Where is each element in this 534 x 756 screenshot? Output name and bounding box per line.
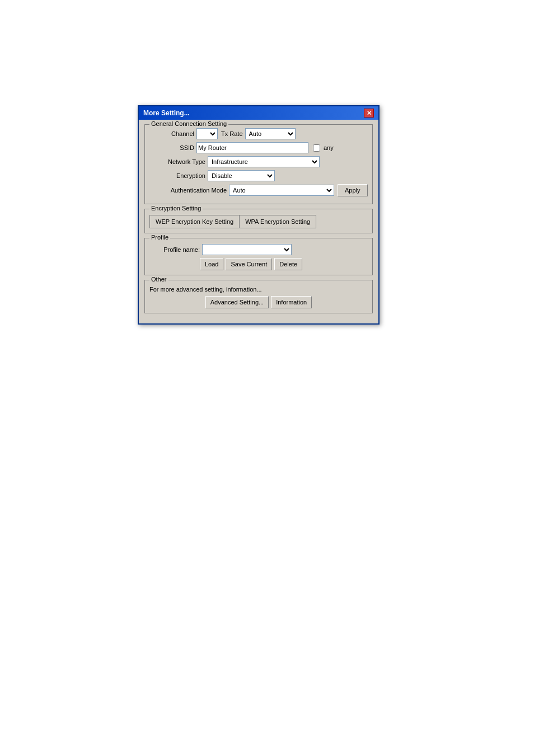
encryption-setting-section: Encryption Setting WEP Encryption Key Se… <box>144 209 373 233</box>
other-description: For more advanced setting, information..… <box>149 286 368 293</box>
load-button[interactable]: Load <box>200 258 223 270</box>
auth-mode-label: Authentication Mode <box>149 187 227 194</box>
ssid-label: SSID <box>149 144 194 151</box>
txrate-select[interactable]: Auto 1 Mbps 2 Mbps 5.5 Mbps 11 Mbps 54 M… <box>245 128 296 139</box>
title-bar: More Setting... ✕ <box>139 106 378 120</box>
profile-section: Profile Profile name: Load Save Current … <box>144 238 373 275</box>
encryption-section-label: Encryption Setting <box>149 205 203 212</box>
general-section-label: General Connection Setting <box>149 120 228 127</box>
save-current-button[interactable]: Save Current <box>226 258 272 270</box>
network-type-select[interactable]: Infrastructure Ad-Hoc <box>208 156 320 167</box>
information-button[interactable]: Information <box>271 296 312 308</box>
other-section-label: Other <box>149 276 168 283</box>
any-checkbox[interactable] <box>313 144 320 152</box>
general-connection-section: General Connection Setting Channel Tx Ra… <box>144 124 373 204</box>
profile-buttons: Load Save Current Delete <box>149 258 368 270</box>
close-button[interactable]: ✕ <box>364 109 374 118</box>
txrate-label: Tx Rate <box>221 130 243 137</box>
auth-mode-row: Authentication Mode Auto Open System Sha… <box>149 184 368 196</box>
ssid-input[interactable] <box>196 142 308 153</box>
profile-name-row: Profile name: <box>149 244 368 255</box>
network-type-label: Network Type <box>149 158 205 165</box>
channel-select[interactable] <box>196 128 218 139</box>
channel-txrate-row: Channel Tx Rate Auto 1 Mbps 2 Mbps 5.5 M… <box>149 128 368 139</box>
ssid-row: SSID any <box>149 142 368 153</box>
dialog-title: More Setting... <box>143 109 190 117</box>
wep-tab-button[interactable]: WEP Encryption Key Setting <box>149 215 239 228</box>
other-section: Other For more advanced setting, informa… <box>144 280 373 313</box>
any-label: any <box>324 144 334 151</box>
encryption-select[interactable]: Disable WEP TKIP AES <box>208 170 275 181</box>
encryption-tabs: WEP Encryption Key Setting WPA Encryptio… <box>149 215 368 228</box>
channel-label: Channel <box>149 130 194 137</box>
other-buttons: Advanced Setting... Information <box>149 296 368 308</box>
delete-button[interactable]: Delete <box>274 258 302 270</box>
profile-section-label: Profile <box>149 234 170 241</box>
more-setting-dialog: More Setting... ✕ General Connection Set… <box>138 105 380 325</box>
advanced-setting-button[interactable]: Advanced Setting... <box>205 296 269 308</box>
profile-name-label: Profile name: <box>149 246 200 253</box>
profile-name-select[interactable] <box>202 244 292 255</box>
auth-mode-select[interactable]: Auto Open System Shared Key WPA-PSK WPA2… <box>229 185 334 196</box>
wpa-tab-button[interactable]: WPA Encryption Setting <box>239 215 316 228</box>
apply-button[interactable]: Apply <box>338 184 368 196</box>
network-type-row: Network Type Infrastructure Ad-Hoc <box>149 156 368 167</box>
encryption-row: Encryption Disable WEP TKIP AES <box>149 170 368 181</box>
dialog-body: General Connection Setting Channel Tx Ra… <box>139 120 378 323</box>
encryption-label: Encryption <box>149 172 205 179</box>
